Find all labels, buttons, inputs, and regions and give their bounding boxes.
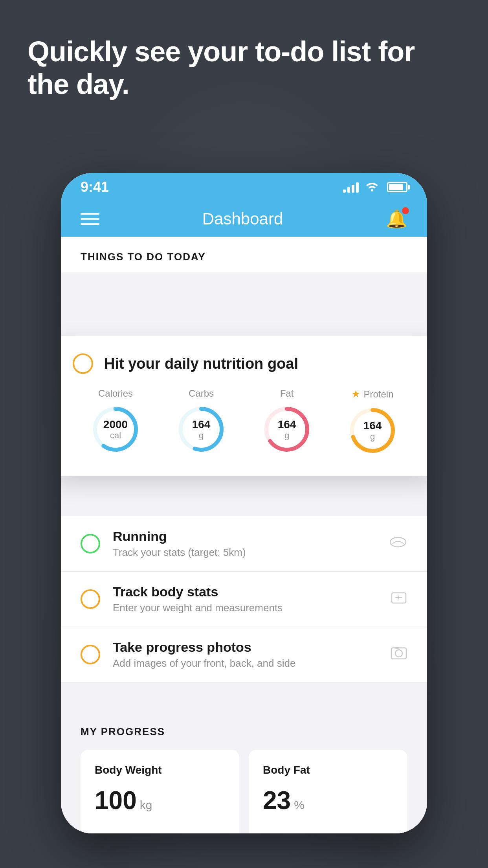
things-to-do-title: THINGS TO DO TODAY [81,251,407,263]
body-stats-subtitle: Enter your weight and measurements [113,602,378,614]
body-fat-number: 23 [263,786,291,815]
body-weight-chart [95,823,225,833]
battery-icon [387,182,407,192]
nutrition-card-title: Hit your daily nutrition goal [104,355,298,372]
todo-item-body-stats[interactable]: Track body stats Enter your weight and m… [61,572,427,627]
running-check-circle [81,534,100,554]
calories-value: 2000 [103,419,128,431]
body-weight-number: 100 [95,786,137,815]
fat-unit: g [278,430,296,440]
things-to-do-header: THINGS TO DO TODAY [61,237,427,272]
progress-photos-check-circle [81,645,100,664]
protein-value: 164 [363,420,382,432]
protein-unit: g [363,432,382,441]
body-weight-card-title: Body Weight [95,764,225,776]
wifi-icon [365,180,379,194]
nav-title: Dashboard [202,210,283,228]
calories-circle: 2000 cal [90,404,141,455]
body-fat-value-row: 23 % [263,786,393,815]
menu-button[interactable] [81,213,99,225]
running-text: Running Track your stats (target: 5km) [113,529,376,559]
progress-cards: Body Weight 100 kg [81,750,407,833]
nutrition-check-circle[interactable] [73,353,93,374]
status-bar: 9:41 [61,173,427,201]
hamburger-line [81,213,99,215]
body-fat-chart [263,823,393,833]
body-weight-unit: kg [140,798,152,812]
todo-list: Running Track your stats (target: 5km) T… [61,516,427,682]
calories-label: Calories [98,388,133,399]
body-stats-title: Track body stats [113,584,378,600]
notification-bell-icon[interactable]: 🔔 [386,209,407,229]
nav-bar: Dashboard 🔔 [61,201,427,237]
hamburger-line [81,223,99,225]
progress-photos-title: Take progress photos [113,640,378,655]
body-fat-card-title: Body Fat [263,764,393,776]
svg-point-8 [390,537,406,547]
running-icon [389,535,407,553]
progress-section: MY PROGRESS Body Weight 100 kg [61,706,427,833]
status-time: 9:41 [81,179,109,195]
fat-label: Fat [280,388,294,399]
phone-frame: 9:41 Dashboard 🔔 [61,173,427,833]
status-icons [343,180,407,194]
todo-item-progress-photos[interactable]: Take progress photos Add images of your … [61,627,427,682]
notification-dot [402,207,409,214]
fat-value: 164 [278,419,296,431]
fat-circle: 164 g [261,404,312,455]
body-stats-text: Track body stats Enter your weight and m… [113,584,378,614]
protein-label: Protein [363,389,393,400]
star-icon: ★ [351,388,360,400]
photo-icon [390,644,407,665]
scale-icon [390,589,407,610]
fat-item: Fat 164 g [261,388,312,455]
svg-point-11 [395,650,402,657]
body-stats-check-circle [81,589,100,609]
carbs-unit: g [192,430,211,440]
progress-photos-subtitle: Add images of your front, back, and side [113,657,378,669]
hamburger-line [81,218,99,220]
protein-circle: 164 g [347,405,398,456]
body-weight-card[interactable]: Body Weight 100 kg [81,750,239,833]
carbs-item: Carbs 164 g [176,388,227,455]
progress-photos-text: Take progress photos Add images of your … [113,640,378,669]
hero-text: Quickly see your to-do list for the day. [28,35,460,101]
nutrition-card: Hit your daily nutrition goal Calories [61,336,427,476]
nutrition-row: Calories 2000 cal [73,388,415,456]
calories-item: Calories 2000 cal [90,388,141,455]
app-content: THINGS TO DO TODAY Hit your daily nutrit… [61,237,427,833]
protein-item: ★ Protein 164 g [347,388,398,456]
carbs-value: 164 [192,419,211,431]
carbs-circle: 164 g [176,404,227,455]
progress-section-title: MY PROGRESS [81,726,407,738]
body-weight-value-row: 100 kg [95,786,225,815]
todo-item-running[interactable]: Running Track your stats (target: 5km) [61,516,427,572]
running-title: Running [113,529,376,544]
body-fat-card[interactable]: Body Fat 23 % [249,750,407,833]
calories-unit: cal [103,430,128,440]
body-fat-unit: % [294,798,305,812]
running-subtitle: Track your stats (target: 5km) [113,546,376,559]
carbs-label: Carbs [189,388,214,399]
signal-icon [343,182,359,193]
